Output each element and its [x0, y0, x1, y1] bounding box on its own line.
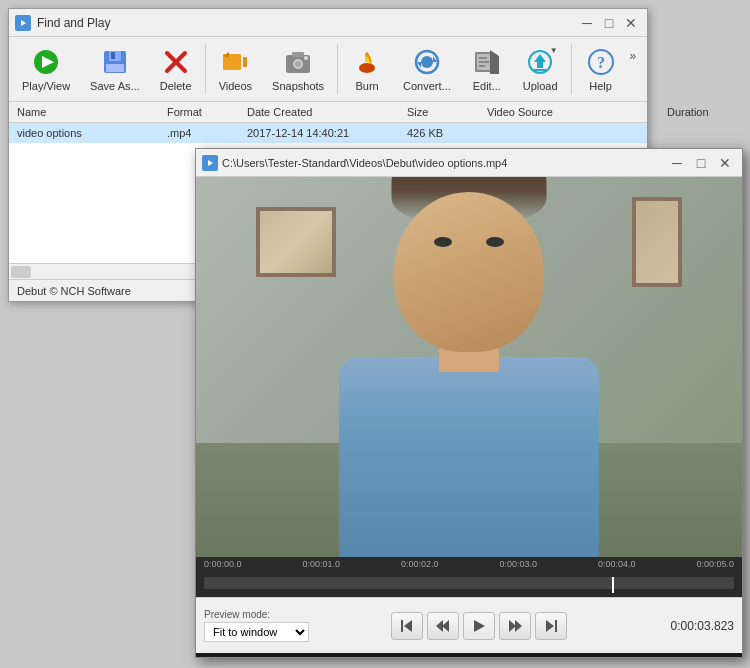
player-app-icon — [202, 155, 218, 171]
findplay-titlebar: Find and Play ─ □ ✕ — [9, 9, 647, 37]
svg-text:?: ? — [597, 54, 605, 71]
cell-name: video options — [13, 125, 163, 141]
preview-mode-container: Preview mode: Fit to window — [204, 609, 314, 642]
svg-point-20 — [421, 56, 433, 68]
svg-rect-12 — [243, 57, 247, 67]
timeline-area[interactable] — [196, 569, 742, 597]
svg-rect-36 — [401, 620, 403, 632]
toolbar-videos[interactable]: Videos — [210, 41, 261, 97]
videos-icon — [219, 46, 251, 78]
person-eye-left — [434, 237, 452, 247]
burn-icon — [351, 46, 383, 78]
svg-marker-39 — [436, 620, 443, 632]
timeline-label-2: 0:00:02.0 — [401, 559, 439, 569]
delete-icon — [160, 46, 192, 78]
videos-label: Videos — [219, 80, 252, 92]
toolbar-sep-3 — [571, 44, 572, 94]
findplay-window-controls: ─ □ ✕ — [577, 13, 641, 33]
cell-format: .mp4 — [163, 125, 243, 141]
maximize-button[interactable]: □ — [599, 13, 619, 33]
player-close-button[interactable]: ✕ — [714, 153, 736, 173]
col-source[interactable]: Video Source — [483, 104, 663, 120]
player-title: C:\Users\Tester-Standard\Videos\Debut\vi… — [222, 157, 666, 169]
toolbar-save[interactable]: Save As... — [81, 41, 149, 97]
toolbar-edit[interactable]: Edit... — [462, 41, 512, 97]
timeline-label-5: 0:00:05.0 — [696, 559, 734, 569]
col-size[interactable]: Size — [403, 104, 483, 120]
toolbar-play-view[interactable]: Play/View — [13, 41, 79, 97]
cell-date: 2017-12-14 14:40:21 — [243, 125, 403, 141]
scrollbar-thumb[interactable] — [11, 266, 31, 278]
svg-rect-6 — [106, 64, 124, 72]
picture-frame-right — [632, 197, 682, 287]
svg-marker-43 — [546, 620, 554, 632]
person-head — [394, 192, 544, 352]
svg-marker-30 — [534, 54, 546, 68]
findplay-title: Find and Play — [37, 16, 577, 30]
status-text: Debut © NCH Software — [17, 285, 131, 297]
play-view-icon — [30, 46, 62, 78]
toolbar-snapshots[interactable]: Snapshots — [263, 41, 333, 97]
toolbar-delete[interactable]: Delete — [151, 41, 201, 97]
toolbar-convert[interactable]: Convert... — [394, 41, 460, 97]
snapshots-label: Snapshots — [272, 80, 324, 92]
svg-marker-41 — [509, 620, 516, 632]
cell-duration — [663, 125, 750, 141]
skip-to-start-button[interactable] — [391, 612, 423, 640]
skip-to-end-button[interactable] — [535, 612, 567, 640]
toolbar-help[interactable]: ? Help — [576, 41, 626, 97]
video-content — [196, 177, 742, 557]
player-window: C:\Users\Tester-Standard\Videos\Debut\vi… — [195, 148, 743, 658]
timeline-cursor — [612, 577, 614, 593]
svg-point-15 — [295, 61, 301, 67]
preview-mode-select[interactable]: Fit to window — [204, 622, 309, 642]
timeline-label-1: 0:00:01.0 — [302, 559, 340, 569]
svg-point-17 — [304, 56, 308, 60]
svg-marker-40 — [474, 620, 485, 632]
toolbar-sep-1 — [205, 44, 206, 94]
findplay-app-icon — [15, 15, 31, 31]
person-eye-right — [486, 237, 504, 247]
person-shirt — [339, 357, 599, 557]
player-maximize-button[interactable]: □ — [690, 153, 712, 173]
toolbar-burn[interactable]: Burn — [342, 41, 392, 97]
timeline-label-4: 0:00:04.0 — [598, 559, 636, 569]
burn-label: Burn — [355, 80, 378, 92]
svg-rect-7 — [111, 52, 115, 59]
save-icon — [99, 46, 131, 78]
svg-rect-27 — [479, 61, 489, 63]
cell-size: 426 KB — [403, 125, 483, 141]
upload-label: Upload — [523, 80, 558, 92]
timeline-track[interactable] — [204, 577, 734, 589]
preview-mode-label: Preview mode: — [204, 609, 314, 620]
col-format[interactable]: Format — [163, 104, 243, 120]
col-duration[interactable]: Duration — [663, 104, 750, 120]
person-figure — [319, 207, 619, 557]
svg-rect-26 — [479, 57, 487, 59]
step-forward-button[interactable] — [499, 612, 531, 640]
timeline-labels: 0:00:00.0 0:00:01.0 0:00:02.0 0:00:03.0 … — [196, 557, 742, 569]
svg-marker-37 — [404, 620, 412, 632]
playback-controls — [322, 612, 636, 640]
time-display: 0:00:03.823 — [644, 619, 734, 633]
col-name[interactable]: Name — [13, 104, 163, 120]
controls-bar: Preview mode: Fit to window — [196, 597, 742, 653]
toolbar-upload[interactable]: Upload ▼ — [514, 41, 567, 97]
player-minimize-button[interactable]: ─ — [666, 153, 688, 173]
svg-marker-38 — [442, 620, 449, 632]
svg-rect-28 — [479, 65, 485, 67]
player-titlebar: C:\Users\Tester-Standard\Videos\Debut\vi… — [196, 149, 742, 177]
file-list-header: Name Format Date Created Size Video Sour… — [9, 102, 647, 123]
step-back-button[interactable] — [427, 612, 459, 640]
minimize-button[interactable]: ─ — [577, 13, 597, 33]
svg-marker-42 — [515, 620, 522, 632]
svg-point-18 — [359, 63, 375, 73]
toolbar-more-button[interactable]: » — [628, 45, 639, 67]
svg-marker-25 — [490, 50, 499, 74]
close-button[interactable]: ✕ — [621, 13, 641, 33]
snapshots-icon — [282, 46, 314, 78]
col-date[interactable]: Date Created — [243, 104, 403, 120]
play-button[interactable] — [463, 612, 495, 640]
table-row[interactable]: video options .mp4 2017-12-14 14:40:21 4… — [9, 123, 647, 143]
save-label: Save As... — [90, 80, 140, 92]
